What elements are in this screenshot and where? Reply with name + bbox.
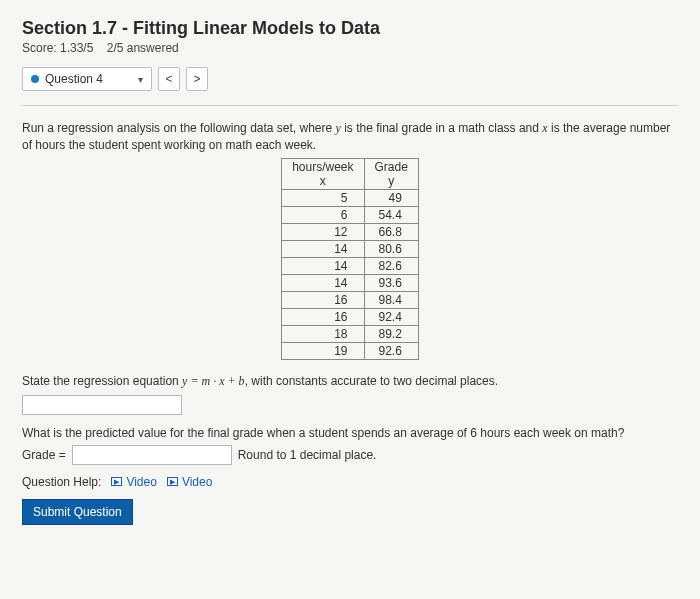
cell-x: 19 (282, 342, 364, 359)
cell-x: 5 (282, 189, 364, 206)
question-nav-bar: Question 4 ▾ < > (22, 67, 678, 91)
cell-y: 93.6 (364, 274, 418, 291)
cell-x: 16 (282, 291, 364, 308)
play-icon: ▶ (167, 477, 178, 486)
col2-header: Grade y (364, 158, 418, 189)
play-icon: ▶ (111, 477, 122, 486)
eq-formula: y = m · x + b (182, 374, 245, 388)
col1-title: hours/week (292, 160, 353, 174)
question-help-line: Question Help: ▶ Video ▶ Video (22, 475, 678, 489)
cell-y: 98.4 (364, 291, 418, 308)
submit-question-button[interactable]: Submit Question (22, 499, 133, 525)
table-row: 1692.4 (282, 308, 419, 325)
predicted-value-prompt: What is the predicted value for the fina… (22, 425, 678, 441)
table-row: 1889.2 (282, 325, 419, 342)
regression-equation-prompt: State the regression equation y = m · x … (22, 374, 678, 389)
question-label: Question 4 (45, 72, 103, 86)
divider (22, 105, 678, 106)
table-row: 1493.6 (282, 274, 419, 291)
table-row: 654.4 (282, 206, 419, 223)
cell-x: 12 (282, 223, 364, 240)
table-row: 1482.6 (282, 257, 419, 274)
cell-x: 14 (282, 274, 364, 291)
video-link-2[interactable]: ▶ Video (167, 475, 212, 489)
prompt-text-a: Run a regression analysis on the followi… (22, 121, 336, 135)
page: Section 1.7 - Fitting Linear Models to D… (0, 0, 700, 599)
video-link-1[interactable]: ▶ Video (111, 475, 156, 489)
table-row: 1698.4 (282, 291, 419, 308)
eq-pre: State the regression equation (22, 374, 182, 388)
cell-x: 18 (282, 325, 364, 342)
chevron-left-icon: < (165, 72, 172, 86)
cell-y: 80.6 (364, 240, 418, 257)
eq-post: , with constants accurate to two decimal… (245, 374, 498, 388)
question-dropdown[interactable]: Question 4 ▾ (22, 67, 152, 91)
cell-y: 49 (364, 189, 418, 206)
prev-question-button[interactable]: < (158, 67, 180, 91)
cell-x: 14 (282, 240, 364, 257)
grade-answer-line: Grade = Round to 1 decimal place. (22, 445, 678, 465)
help-label: Question Help: (22, 475, 101, 489)
col2-title: Grade (375, 160, 408, 174)
grade-input[interactable] (72, 445, 232, 465)
cell-y: 66.8 (364, 223, 418, 240)
page-title: Section 1.7 - Fitting Linear Models to D… (22, 18, 678, 39)
cell-y: 82.6 (364, 257, 418, 274)
cell-x: 6 (282, 206, 364, 223)
cell-y: 89.2 (364, 325, 418, 342)
table-row: 1992.6 (282, 342, 419, 359)
col2-sub: y (375, 174, 408, 188)
video-label: Video (182, 475, 212, 489)
table-row: 1266.8 (282, 223, 419, 240)
cell-x: 14 (282, 257, 364, 274)
chevron-right-icon: > (193, 72, 200, 86)
prompt-text-b: is the final grade in a math class and (341, 121, 542, 135)
score-line: Score: 1.33/5 2/5 answered (22, 41, 678, 55)
cell-y: 54.4 (364, 206, 418, 223)
round-hint: Round to 1 decimal place. (238, 448, 377, 462)
chevron-down-icon: ▾ (138, 74, 143, 85)
grade-label: Grade = (22, 448, 66, 462)
table-row: 549 (282, 189, 419, 206)
status-dot-icon (31, 75, 39, 83)
data-table: hours/week x Grade y 549 654.4 1266.8 14… (281, 158, 419, 360)
col1-header: hours/week x (282, 158, 364, 189)
problem-prompt: Run a regression analysis on the followi… (22, 120, 678, 154)
score-value: Score: 1.33/5 (22, 41, 93, 55)
regression-equation-input[interactable] (22, 395, 182, 415)
table-row: 1480.6 (282, 240, 419, 257)
video-label: Video (126, 475, 156, 489)
next-question-button[interactable]: > (186, 67, 208, 91)
col1-sub: x (292, 174, 353, 188)
answered-count: 2/5 answered (107, 41, 179, 55)
cell-y: 92.6 (364, 342, 418, 359)
cell-x: 16 (282, 308, 364, 325)
cell-y: 92.4 (364, 308, 418, 325)
